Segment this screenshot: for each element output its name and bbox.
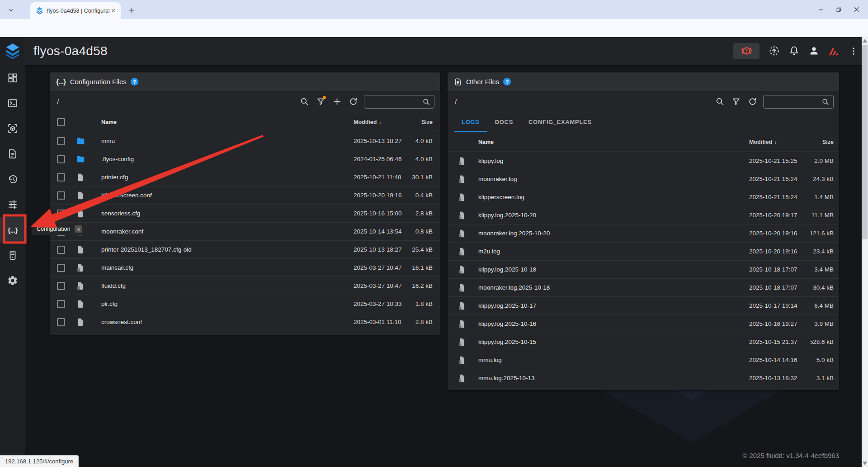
scroll-up-arrow-icon[interactable] [862, 37, 868, 44]
add-file-icon[interactable] [329, 94, 345, 110]
tab-logs[interactable]: LOGS [454, 112, 487, 132]
sidebar-item-tune[interactable] [0, 192, 25, 217]
sidebar-item-system[interactable] [0, 243, 25, 268]
file-row[interactable]: moonraker.conf2025-10-14 13:540.8 kB [50, 223, 440, 241]
search-input[interactable] [767, 98, 821, 105]
sidebar-item-console[interactable] [0, 91, 25, 116]
scrollbar-thumb[interactable] [862, 45, 868, 239]
file-row[interactable]: klippy.log.2025-10-182025-10-18 17:073.4… [448, 261, 839, 279]
file-row[interactable]: .flyos-config2024-01-25 06:464.0 kB [50, 150, 440, 168]
filter-icon[interactable] [312, 94, 329, 110]
column-modified[interactable]: Modified↓ [354, 119, 405, 125]
tab-docs[interactable]: DOCS [487, 112, 521, 132]
file-row[interactable]: klippy.log2025-10-21 15:252.0 MB [448, 152, 839, 170]
file-row[interactable]: fluidd.cfg2025-03-27 10:4716.2 kB [50, 277, 440, 295]
row-checkbox[interactable] [57, 173, 65, 181]
file-size: 4.0 kB [405, 138, 440, 144]
file-row[interactable]: crowsnest.conf2025-03-01 11:102.8 kB [50, 313, 440, 331]
row-checkbox[interactable] [57, 210, 65, 218]
file-row[interactable]: moonraker.log.2025-10-202025-10-20 19:16… [448, 224, 839, 243]
file-search-input[interactable] [364, 95, 434, 109]
file-row[interactable]: klippy.log.2025-10-202025-10-20 19:1711.… [448, 206, 839, 224]
scroll-down-arrow-icon[interactable] [862, 460, 868, 467]
notifications-bell-icon[interactable] [785, 42, 803, 60]
browser-scrollbar[interactable] [862, 37, 868, 467]
column-size[interactable]: Size [405, 119, 440, 125]
file-row[interactable]: printer.cfg2025-10-21 11:4830.1 kB [50, 168, 440, 186]
file-row[interactable]: mmu.log.2025-10-132025-10-13 18:323.1 kB [448, 369, 839, 387]
account-icon[interactable] [805, 42, 823, 60]
row-checkbox[interactable] [57, 246, 65, 254]
file-modified: 2025-10-13 18:27 [354, 138, 405, 144]
file-row[interactable]: moonraker.log.2025-10-182025-10-18 17:07… [448, 279, 839, 297]
file-row[interactable]: klippy.log.2025-10-152025-10-15 21:37528… [448, 333, 839, 351]
upload-status-icon[interactable] [765, 42, 783, 60]
app-menu-kebab-icon[interactable] [844, 42, 863, 60]
sidebar-item-settings[interactable] [0, 268, 25, 293]
search-toggle-icon[interactable] [296, 94, 312, 110]
select-all-checkbox[interactable] [57, 118, 65, 126]
file-lock-icon [448, 356, 473, 365]
file-name: mainsail.cfg [89, 264, 354, 271]
column-name[interactable]: Name [473, 139, 749, 145]
column-modified[interactable]: Modified↓ [749, 138, 811, 145]
row-checkbox[interactable] [57, 300, 65, 308]
file-row[interactable]: m2u.log2025-10-20 19:1623.4 kB [448, 243, 839, 261]
new-tab-button[interactable] [126, 4, 137, 16]
column-name[interactable]: Name [89, 119, 354, 125]
breadcrumb-path[interactable]: / [455, 98, 712, 105]
search-input[interactable] [368, 98, 422, 105]
file-search-input[interactable] [763, 95, 834, 109]
sidebar-item-jobs[interactable] [0, 141, 25, 167]
breadcrumb-path[interactable]: / [57, 98, 296, 105]
search-toggle-icon[interactable] [712, 94, 728, 110]
row-checkbox[interactable] [57, 155, 65, 163]
file-size: 30.1 kB [405, 174, 440, 181]
sidebar-item-history[interactable] [0, 167, 25, 192]
file-row[interactable]: mmu2025-10-13 18:274.0 kB [50, 132, 440, 150]
minimize-button[interactable] [817, 6, 824, 13]
file-row[interactable]: moonraker.log2025-10-21 15:2424.3 kB [448, 170, 839, 188]
tab-search-chevron-icon[interactable] [5, 5, 16, 15]
file-row[interactable]: klippy.log.2025-10-162025-10-16 19:273.9… [448, 315, 839, 333]
screen: flyos-0a4d58 | Configuration Not secu [0, 0, 868, 467]
tab-close-icon[interactable] [109, 7, 117, 14]
row-checkbox[interactable] [57, 137, 65, 145]
file-icon [72, 318, 89, 327]
browser-tab[interactable]: flyos-0a4d58 | Configuration [30, 2, 121, 19]
row-checkbox[interactable] [57, 191, 65, 200]
sidebar-item-dashboard[interactable] [0, 65, 25, 91]
column-size[interactable]: Size [811, 139, 839, 145]
fluidd-logo-icon[interactable] [0, 37, 25, 65]
row-checkbox[interactable] [57, 318, 65, 326]
emergency-stop-button[interactable] [733, 43, 760, 59]
file-row[interactable]: plr.cfg2025-03-27 10:331.8 kB [50, 295, 440, 313]
file-lock-icon [448, 229, 473, 238]
file-lock-icon [448, 283, 473, 292]
file-row[interactable]: mmu.log2025-10-14 14:165.0 kB [448, 351, 839, 369]
sidebar-item-configuration[interactable]: {...} [0, 217, 25, 243]
file-row[interactable]: printer-20251013_182707.cfg-old2025-10-1… [50, 241, 440, 259]
klipper-logo-icon[interactable] [825, 42, 843, 60]
file-size: 3.4 MB [811, 266, 839, 273]
configuration-files-header: {...} Configuration Files ? [50, 72, 440, 91]
filter-icon[interactable] [728, 94, 744, 110]
help-icon[interactable]: ? [503, 78, 511, 86]
window-controls [817, 0, 864, 19]
sidebar-item-gcode-preview[interactable] [0, 116, 25, 141]
row-checkbox[interactable] [57, 282, 65, 290]
file-row[interactable]: klippy.log.2025-10-172025-10-17 19:146.4… [448, 297, 839, 315]
file-row[interactable]: klipperscreen.log2025-10-21 15:241.4 MB [448, 188, 839, 206]
refresh-files-icon[interactable] [345, 94, 361, 110]
file-row[interactable]: mainsail.cfg2025-03-27 10:4716.1 kB [50, 259, 440, 277]
file-row[interactable]: klipperScreen.conf2025-10-20 19:160.4 kB [50, 186, 440, 205]
file-modified: 2025-10-21 15:24 [749, 176, 811, 182]
close-window-button[interactable] [854, 6, 860, 13]
help-icon[interactable]: ? [131, 78, 138, 86]
restore-button[interactable] [835, 6, 842, 13]
row-checkbox[interactable] [57, 264, 65, 272]
file-row[interactable]: sensorless.cfg2025-10-16 15:002.8 kB [50, 205, 440, 223]
tab-config-examples[interactable]: CONFIG_EXAMPLES [521, 112, 599, 132]
refresh-files-icon[interactable] [744, 94, 760, 110]
status-bar-link-preview: 192.168.1.125/#/configure [0, 455, 79, 467]
